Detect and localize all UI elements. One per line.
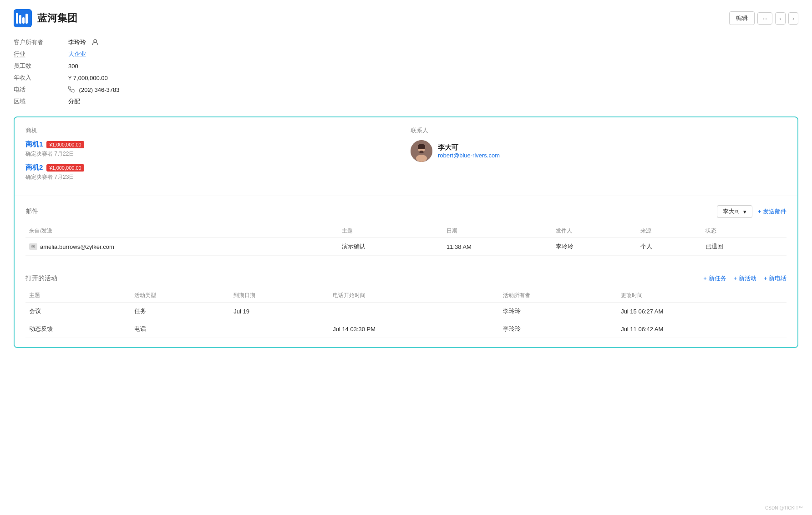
email-sender: 李玲玲 (552, 238, 637, 256)
value-phone: (202) 346-3783 (68, 86, 120, 93)
col-subject: 主题 (338, 224, 443, 238)
contact-name[interactable]: 李大可 (438, 143, 500, 152)
info-row-employees: 员工数 300 (14, 62, 798, 70)
new-activity-button[interactable]: + 新活动 (734, 274, 756, 283)
act-subject[interactable]: 会议 (25, 303, 131, 320)
email-table-header: 来自/发送 主题 日期 发件人 来源 状态 (25, 224, 787, 238)
opp-badge-2: ¥1,000,000.00 (46, 164, 84, 172)
info-row-phone: 电话 (202) 346-3783 (14, 86, 798, 94)
email-status: 已退回 (702, 238, 787, 256)
act-owner: 李玲玲 (499, 303, 617, 320)
act-due-date (230, 320, 329, 338)
opp-badge-1: ¥1,000,000.00 (46, 141, 84, 148)
opp-date-2: 确定决赛者 7月23日 (25, 173, 401, 181)
act-call-start: Jul 14 03:30 PM (329, 320, 499, 338)
activities-actions: + 新任务 + 新活动 + 新电话 (703, 274, 787, 283)
contact-item: 李大可 robert@blue-rivers.com (411, 140, 787, 162)
opportunity-item-2: 商机2 ¥1,000,000.00 确定决赛者 7月23日 (25, 163, 401, 181)
col-status: 状态 (702, 224, 787, 238)
contact-email[interactable]: robert@blue-rivers.com (438, 152, 500, 159)
info-row-region: 区域 分配 (14, 97, 798, 106)
label-phone: 电话 (14, 86, 68, 94)
email-table: 来自/发送 主题 日期 发件人 来源 状态 ✉ amelia.burrows@z… (25, 224, 787, 256)
act-type: 任务 (131, 303, 230, 320)
label-industry: 行业 (14, 50, 68, 58)
avatar-image (411, 140, 432, 162)
svg-rect-3 (22, 17, 25, 24)
info-row-industry: 行业 大企业 (14, 50, 798, 58)
more-button[interactable]: ··· (757, 12, 772, 25)
act-owner: 李玲玲 (499, 320, 617, 338)
opp-date-1: 确定决赛者 7月22日 (25, 150, 401, 158)
svg-rect-2 (19, 15, 21, 24)
email-contact-dropdown[interactable]: 李大可 ▾ (717, 205, 752, 218)
contact-avatar (411, 140, 432, 162)
col-date: 日期 (443, 224, 552, 238)
email-source: 个人 (637, 238, 701, 256)
send-email-button[interactable]: + 发送邮件 (758, 207, 787, 216)
email-section: 邮件 李大可 ▾ + 发送邮件 来自/发送 主题 日期 发件人 (15, 196, 797, 265)
info-section: 客户所有者 李玲玲 行业 大企业 员工数 300 年收入 ¥ 7,000,000… (14, 38, 798, 106)
label-employees: 员工数 (14, 62, 68, 70)
activity-table-row: 动态反馈 电话 Jul 14 03:30 PM 李玲玲 Jul 11 06:42… (25, 320, 787, 338)
value-region: 分配 (68, 97, 80, 106)
footer: CSDN @TICKIT™ (765, 505, 803, 510)
svg-rect-1 (16, 13, 18, 24)
col-source: 来源 (637, 224, 701, 238)
email-icon: ✉ (29, 243, 37, 250)
contact-details: 李大可 robert@blue-rivers.com (438, 143, 500, 159)
act-col-due: 到期日期 (230, 289, 329, 303)
act-due-date: Jul 19 (230, 303, 329, 320)
svg-rect-10 (418, 146, 425, 149)
act-call-start (329, 303, 499, 320)
col-from: 来自/发送 (25, 224, 338, 238)
svg-point-11 (419, 151, 424, 153)
email-header-right: 李大可 ▾ + 发送邮件 (717, 205, 787, 218)
activities-title: 打开的活动 (25, 274, 57, 283)
opportunity-item-1: 商机1 ¥1,000,000.00 确定决赛者 7月22日 (25, 140, 401, 158)
header-actions: 编辑 ··· ‹ › (729, 11, 798, 25)
activities-table-header: 主题 活动类型 到期日期 电话开始时间 活动所有者 更改时间 (25, 289, 787, 303)
email-section-title: 邮件 (25, 207, 38, 216)
email-table-row: ✉ amelia.burrows@zylker.com 演示确认 11:38 A… (25, 238, 787, 256)
act-modified: Jul 11 06:42 AM (617, 320, 787, 338)
act-col-type: 活动类型 (131, 289, 230, 303)
new-task-button[interactable]: + 新任务 (703, 274, 726, 283)
value-industry[interactable]: 大企业 (68, 50, 86, 58)
email-section-header: 邮件 李大可 ▾ + 发送邮件 (25, 205, 787, 218)
chevron-down-icon: ▾ (743, 208, 746, 215)
nav-prev-button[interactable]: ‹ (775, 12, 785, 25)
act-col-modified: 更改时间 (617, 289, 787, 303)
email-subject[interactable]: 演示确认 (338, 238, 443, 256)
value-employees: 300 (68, 63, 78, 70)
edit-button[interactable]: 编辑 (729, 11, 755, 25)
act-modified: Jul 15 06:27 AM (617, 303, 787, 320)
act-type: 电话 (131, 320, 230, 338)
act-col-subject: 主题 (25, 289, 131, 303)
label-owner: 客户所有者 (14, 38, 68, 46)
company-logo-icon (14, 9, 32, 27)
opportunities-title: 商机 (25, 126, 401, 135)
contact-column: 联系人 (401, 126, 787, 187)
info-row-owner: 客户所有者 李玲玲 (14, 38, 798, 46)
act-col-owner: 活动所有者 (499, 289, 617, 303)
company-title: 蓝河集团 (37, 11, 77, 25)
svg-point-5 (94, 40, 96, 42)
svg-point-8 (416, 155, 427, 162)
act-subject[interactable]: 动态反馈 (25, 320, 131, 338)
info-row-revenue: 年收入 ¥ 7,000,000.00 (14, 74, 798, 82)
col-sender: 发件人 (552, 224, 637, 238)
user-icon (92, 39, 98, 45)
opp-name-2: 商机2 ¥1,000,000.00 (25, 163, 401, 172)
activities-table: 主题 活动类型 到期日期 电话开始时间 活动所有者 更改时间 会议 任务 Jul… (25, 289, 787, 338)
value-revenue: ¥ 7,000,000.00 (68, 75, 108, 81)
activities-header: 打开的活动 + 新任务 + 新活动 + 新电话 (25, 274, 787, 283)
value-owner: 李玲玲 (68, 38, 98, 46)
phone-icon (68, 86, 75, 93)
nav-next-button[interactable]: › (788, 12, 798, 25)
contact-title: 联系人 (411, 126, 787, 135)
opp-contact-section: 商机 商机1 ¥1,000,000.00 确定决赛者 7月22日 商机2 ¥1,… (15, 117, 797, 196)
email-date: 11:38 AM (443, 238, 552, 256)
opp-name-1: 商机1 ¥1,000,000.00 (25, 140, 401, 149)
new-call-button[interactable]: + 新电话 (764, 274, 787, 283)
